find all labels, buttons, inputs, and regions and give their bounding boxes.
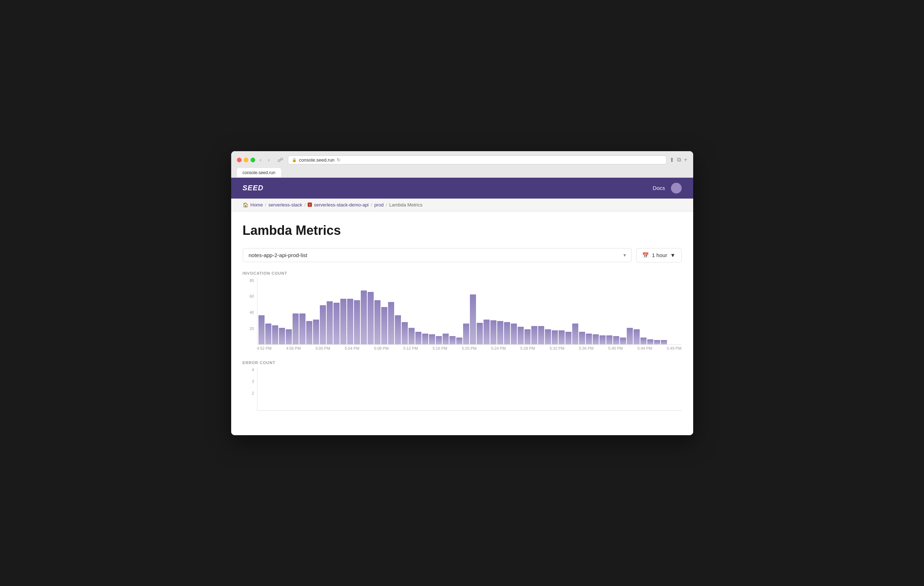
error-chart-label: ERROR COUNT [243, 360, 682, 365]
refresh-button[interactable]: ↻ [337, 157, 341, 163]
invocation-bar [497, 321, 503, 344]
invocation-bar [340, 299, 346, 344]
invocation-bar [259, 315, 264, 344]
page-content: Lambda Metrics notes-app-2-api-prod-list… [231, 211, 693, 435]
x-axis-label: 5:44 PM [637, 346, 652, 350]
controls-row: notes-app-2-api-prod-list ▼ 📅 1 hour ▼ [243, 248, 682, 262]
browser-actions: ⬆ ⧉ + [670, 157, 687, 163]
invocation-bar [415, 332, 421, 344]
tab-bar: console.seed.run [237, 168, 687, 177]
time-chevron-icon: ▼ [670, 252, 676, 258]
invocation-chart: 80 60 40 20 4:52 PM4:56 PM5:00 PM5:04 PM… [243, 278, 682, 350]
minimize-button[interactable] [244, 158, 248, 162]
x-axis-label: 5:32 PM [549, 346, 564, 350]
invocation-bar [402, 322, 408, 344]
invocation-bar [375, 300, 381, 344]
invocation-bar [634, 329, 640, 344]
time-range-label: 1 hour [652, 252, 667, 258]
invocation-bar [490, 320, 497, 344]
invocation-bar [347, 299, 353, 344]
invocation-bar [579, 332, 585, 344]
x-axis-label: 5:49 PM [667, 346, 681, 350]
header-right: Docs [653, 183, 681, 193]
invocation-bar [599, 335, 606, 344]
sidebar-toggle-button[interactable]: ☍ [276, 156, 285, 164]
app-logo: SEED [243, 184, 264, 192]
breadcrumb-sep-4: / [386, 202, 387, 208]
breadcrumb-project[interactable]: serverless-stack [269, 202, 302, 208]
home-icon: 🏠 [243, 202, 248, 208]
avatar-image [671, 183, 682, 193]
new-tab-button[interactable]: + [684, 157, 687, 163]
y-label-60: 60 [243, 294, 256, 299]
x-axis-invocation: 4:52 PM4:56 PM5:00 PM5:04 PM5:08 PM5:12 … [257, 345, 682, 350]
invocation-bar [538, 326, 544, 344]
x-axis-label: 5:20 PM [462, 346, 476, 350]
invocation-bar [320, 305, 326, 344]
invocation-bar [613, 336, 619, 344]
x-axis-label: 5:16 PM [432, 346, 447, 350]
invocation-bar [654, 340, 660, 344]
y-label-80: 80 [243, 278, 256, 282]
active-tab[interactable]: console.seed.run [237, 168, 281, 177]
invocation-bar [449, 336, 455, 344]
x-axis-label: 5:00 PM [315, 346, 330, 350]
invocation-bar [518, 327, 524, 344]
invocation-bar [361, 291, 367, 344]
invocation-bar [483, 320, 490, 344]
breadcrumb-stage[interactable]: prod [375, 202, 384, 208]
breadcrumb-service[interactable]: serverless-stack-demo-api [314, 202, 369, 208]
invocation-bar [477, 323, 483, 344]
invocation-bar [593, 334, 599, 344]
x-axis-label: 4:56 PM [286, 346, 301, 350]
invocation-bar [470, 294, 476, 344]
time-range-button[interactable]: 📅 1 hour ▼ [636, 248, 681, 262]
invocation-bar [565, 332, 571, 344]
breadcrumb-bar: 🏠 Home / serverless-stack / ▪ serverless… [231, 198, 693, 211]
duplicate-button[interactable]: ⧉ [677, 157, 681, 163]
service-icon: ▪ [308, 203, 312, 207]
close-button[interactable] [237, 158, 242, 162]
invocation-bar [429, 334, 435, 344]
y-axis-invocation: 80 60 40 20 [243, 278, 256, 343]
invocation-bar [640, 338, 647, 344]
invocation-bar [661, 340, 667, 344]
traffic-lights [237, 158, 255, 162]
invocation-bar [572, 324, 578, 344]
browser-chrome: ‹ › ☍ 🔒 console.seed.run ↻ ⬆ ⧉ + console… [231, 151, 693, 178]
error-chart: 4 3 2 [243, 368, 682, 411]
invocation-bar [456, 338, 462, 344]
invocation-bar [286, 329, 292, 344]
breadcrumb-sep-2: / [304, 202, 306, 208]
invocation-bar [436, 336, 442, 344]
invocation-bar [279, 328, 285, 344]
invocation-bar [306, 321, 312, 344]
avatar[interactable] [671, 183, 682, 193]
invocation-bar [504, 322, 510, 344]
docs-link[interactable]: Docs [653, 185, 665, 191]
invocation-bar [368, 292, 374, 344]
breadcrumb-sep-3: / [371, 202, 372, 208]
function-select[interactable]: notes-app-2-api-prod-list [243, 248, 632, 262]
invocation-bar [313, 320, 319, 344]
y-label-3: 3 [243, 379, 256, 383]
invocation-bar [422, 333, 428, 344]
calendar-icon: 📅 [642, 252, 649, 259]
back-button[interactable]: ‹ [258, 156, 264, 163]
invocation-bar [463, 324, 469, 344]
y-label-40: 40 [243, 310, 256, 315]
invocation-bar [442, 333, 449, 344]
maximize-button[interactable] [251, 158, 255, 162]
forward-button[interactable]: › [266, 156, 271, 163]
breadcrumb-current: Lambda Metrics [389, 202, 422, 208]
invocation-bar [531, 326, 537, 344]
invocation-bar [552, 330, 558, 344]
app-header: SEED Docs [231, 178, 693, 198]
lock-icon: 🔒 [292, 158, 297, 162]
x-axis-label: 5:04 PM [345, 346, 359, 350]
breadcrumb-home[interactable]: Home [251, 202, 263, 208]
share-button[interactable]: ⬆ [670, 157, 674, 163]
invocation-bar [620, 338, 626, 344]
x-axis-label: 5:28 PM [520, 346, 535, 350]
invocation-bar [511, 324, 517, 344]
